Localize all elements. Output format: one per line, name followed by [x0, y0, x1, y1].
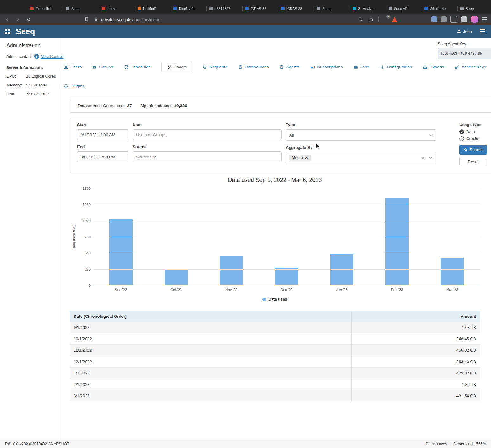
- cpu-value: 16 Logical Cores: [26, 74, 56, 79]
- help-icon[interactable]: ?: [34, 54, 39, 59]
- tab-groups[interactable]: Groups: [92, 62, 113, 72]
- tab-label: Requests: [209, 65, 227, 69]
- legend-label: Data used: [268, 297, 287, 302]
- aggregate-tag[interactable]: Month ✕: [289, 155, 311, 161]
- aggregate-multiselect[interactable]: Month ✕ ×: [286, 152, 436, 163]
- browser-tab[interactable]: 48517527: [206, 3, 242, 14]
- bar-Oct-'22: [165, 269, 188, 285]
- browser-tab[interactable]: [CRAB-23: [278, 3, 314, 14]
- type-select-value[interactable]: All: [286, 129, 436, 141]
- end-date-input[interactable]: [77, 151, 128, 162]
- stat-label: Signals Indexed:: [140, 103, 172, 108]
- x-axis-labels: Sep '22Oct '22Nov '22Dec '22Jan '23Feb '…: [93, 288, 480, 291]
- radio-credits-label: Credits: [466, 136, 479, 141]
- share-icon[interactable]: [368, 17, 375, 22]
- reload-button[interactable]: [25, 17, 32, 22]
- browser-tab[interactable]: What's Ne: [422, 3, 457, 14]
- gridline: [93, 221, 480, 221]
- zoom-icon[interactable]: [357, 17, 364, 22]
- cell-date: 10/1/2022: [70, 333, 352, 345]
- table-row: 3/1/2023431.54 GB: [70, 390, 480, 402]
- agent-key-input[interactable]: [438, 48, 491, 59]
- chevron-down-icon[interactable]: [429, 156, 433, 160]
- clear-icon[interactable]: ×: [422, 156, 425, 160]
- browser-tab[interactable]: Display Pa: [171, 3, 206, 14]
- cell-amount: 456.02 GB: [352, 345, 480, 356]
- admin-contact-row: Admin contact: ? Mike Cantrell: [6, 54, 59, 59]
- tab-requests[interactable]: Requests: [203, 62, 227, 72]
- tab-favicon: [209, 7, 213, 10]
- tab-favicon: [102, 7, 105, 10]
- memory-row: Memory: 57 GB Total: [6, 83, 59, 87]
- browser-menu-button[interactable]: [482, 17, 487, 21]
- profile-avatar[interactable]: [471, 16, 478, 23]
- tab-usage[interactable]: Usage: [161, 62, 192, 72]
- tab-favicon: [138, 7, 141, 10]
- address-bar[interactable]: develop.seeq.dev/administration: [94, 17, 160, 22]
- tab-exports[interactable]: Exports: [423, 62, 444, 72]
- extension-icon[interactable]: [441, 16, 447, 22]
- tab-subscriptions[interactable]: Subscriptions: [311, 62, 343, 72]
- toolbar-divider: [378, 17, 379, 22]
- browser-tab[interactable]: Seeq: [63, 3, 99, 14]
- browser-tab[interactable]: Extensibili: [27, 3, 63, 14]
- filter-col-usage-type: Usage type Data Credits Search Reset: [459, 122, 487, 166]
- tab-schedules[interactable]: Schedules: [124, 62, 151, 72]
- fan-icon: [167, 65, 172, 69]
- sidebar-toggle-icon[interactable]: [450, 16, 457, 23]
- table-row: 10/1/2022248.45 GB: [70, 333, 480, 345]
- tab-datasources[interactable]: Datasources: [238, 62, 269, 72]
- radio-credits[interactable]: Credits: [459, 136, 487, 141]
- browser-tab[interactable]: Seeq: [314, 3, 350, 14]
- forward-button[interactable]: [15, 17, 22, 22]
- bar-slot: [314, 254, 370, 285]
- user-label: User: [133, 122, 282, 127]
- url-path: /administration: [134, 17, 160, 22]
- source-input[interactable]: [133, 151, 282, 162]
- tab-agents[interactable]: Agents: [279, 62, 299, 72]
- app-menu-button[interactable]: [480, 29, 485, 33]
- tag-remove-icon[interactable]: ✕: [305, 156, 308, 160]
- search-button[interactable]: Search: [459, 145, 487, 155]
- tab-plugins[interactable]: Plugins: [64, 81, 84, 91]
- browser-tab[interactable]: Untitled2: [135, 3, 171, 14]
- table-header-row: Date (Chronological Order) Amount: [70, 311, 480, 322]
- extension-icon[interactable]: [431, 16, 437, 22]
- datasources-link[interactable]: Datasources: [426, 442, 447, 446]
- browser-tab[interactable]: Seeq API: [386, 3, 422, 14]
- filter-col-user-source: User Source: [133, 122, 282, 166]
- reset-button[interactable]: Reset: [459, 157, 487, 166]
- header-amount: Amount: [352, 311, 480, 322]
- tab-access-keys[interactable]: Access Keys: [455, 62, 486, 72]
- bookmark-icon[interactable]: [83, 17, 90, 22]
- brave-shield-button[interactable]: 1: [383, 16, 388, 22]
- browser-tab[interactable]: 2 - Analys: [350, 3, 386, 14]
- warning-triangle-icon[interactable]: [392, 17, 397, 22]
- search-icon: [464, 148, 468, 152]
- chart-legend[interactable]: Data used: [70, 297, 480, 302]
- disk-row: Disk: 731 GB Free: [6, 92, 59, 96]
- wallet-icon[interactable]: [461, 16, 467, 22]
- type-select[interactable]: Type All: [286, 122, 436, 141]
- site-security-icon[interactable]: [94, 17, 98, 22]
- app-grid-button[interactable]: [0, 25, 15, 38]
- chevron-down-icon[interactable]: [429, 133, 434, 138]
- radio-data[interactable]: Data: [459, 129, 487, 134]
- user-input[interactable]: [133, 129, 282, 140]
- bar-Nov-'22: [220, 256, 243, 285]
- back-button[interactable]: [4, 17, 11, 22]
- tab-users[interactable]: Users: [64, 62, 82, 72]
- y-axis-ticks: 0250500750100012501500: [78, 189, 93, 285]
- seeq-logo[interactable]: Seeq: [16, 27, 35, 36]
- browser-tab[interactable]: Seeq: [457, 3, 491, 14]
- tab-configuration[interactable]: Configuration: [380, 62, 412, 72]
- tab-jobs[interactable]: Jobs: [354, 62, 370, 72]
- browser-tab[interactable]: [CRAB-35: [242, 3, 278, 14]
- agent-key-block: Seeq Agent Key:: [438, 42, 491, 59]
- plot-area: [93, 189, 480, 285]
- admin-contact-label: Admin contact:: [6, 54, 33, 59]
- browser-tab[interactable]: Home: [99, 3, 135, 14]
- y-tick-label: 1000: [82, 219, 91, 223]
- user-menu[interactable]: John: [457, 29, 472, 34]
- start-date-input[interactable]: [77, 129, 128, 140]
